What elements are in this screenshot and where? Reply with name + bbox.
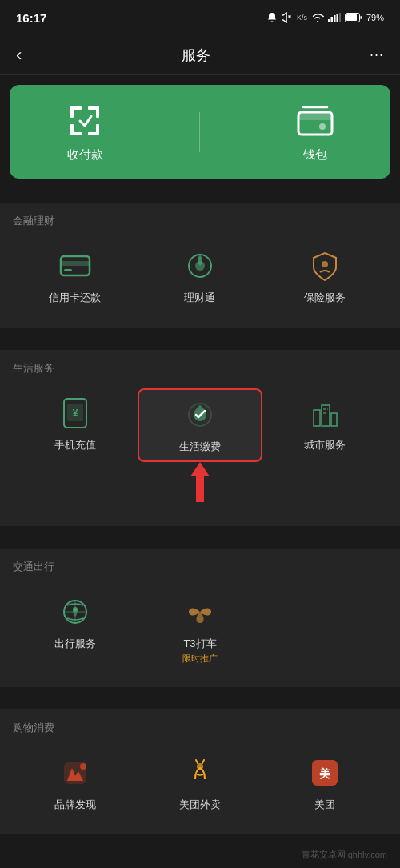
svg-point-41: [197, 763, 203, 770]
status-bar: 16:17 K/s 79%: [0, 0, 400, 35]
travel-svg: [59, 596, 91, 628]
finance-items: 信用卡还款 理财通 保险服务: [13, 241, 387, 311]
svg-rect-32: [323, 412, 326, 414]
svg-rect-6: [346, 14, 357, 21]
svg-rect-0: [328, 19, 330, 22]
brand-item[interactable]: 品牌发现: [13, 748, 138, 818]
svg-rect-19: [61, 261, 90, 266]
life-payment-icon: [182, 396, 218, 433]
wifi-icon: [311, 13, 324, 22]
shopping-title: 购物消费: [13, 721, 387, 735]
wallet-icon: [295, 101, 335, 141]
wallet-button[interactable]: 钱包: [295, 101, 335, 163]
payment-banner: 收付款 钱包: [10, 85, 390, 179]
svg-rect-20: [64, 269, 72, 271]
battery-icon: [345, 13, 362, 22]
signal-icon: [328, 13, 341, 22]
svg-point-23: [322, 261, 328, 267]
transport-items: 出行服务 T3打车 限时推广: [13, 587, 387, 671]
t3-taxi-icon: [182, 593, 218, 630]
wealth-label: 理财通: [184, 291, 215, 305]
brand-svg: [59, 757, 91, 789]
credit-card-icon: [57, 247, 94, 284]
life-payment-label: 生活缴费: [179, 440, 221, 454]
battery-percent: 79%: [366, 13, 384, 22]
city-service-item[interactable]: 城市服务: [262, 388, 387, 462]
back-button[interactable]: ‹: [16, 45, 22, 66]
status-time: 16:17: [16, 11, 46, 25]
meituan-delivery-item[interactable]: 美团外卖: [138, 748, 262, 818]
svg-rect-30: [331, 413, 337, 426]
wallet-label: 钱包: [303, 147, 327, 163]
wealth-item[interactable]: 理财通: [138, 241, 262, 311]
travel-item[interactable]: 出行服务: [13, 587, 138, 671]
svg-text:美: 美: [318, 767, 331, 780]
meituan-delivery-icon: [182, 754, 218, 791]
receive-pay-label: 收付款: [67, 147, 103, 163]
city-service-label: 城市服务: [304, 438, 346, 452]
svg-rect-8: [70, 106, 74, 118]
svg-rect-33: [327, 408, 328, 410]
red-arrow-svg: [184, 462, 216, 502]
svg-rect-35: [196, 476, 204, 502]
life-items: ¥ 手机充值 生活缴费: [13, 388, 387, 462]
annotation-area: [13, 462, 387, 510]
scan-icon: [66, 102, 104, 140]
svg-rect-10: [96, 106, 99, 118]
meituan-item[interactable]: 美 美团: [262, 748, 387, 818]
meituan-delivery-label: 美团外卖: [179, 798, 221, 812]
wealth-icon: [182, 247, 218, 284]
mobile-recharge-icon: ¥: [57, 395, 94, 432]
svg-marker-34: [190, 462, 210, 476]
life-payment-item[interactable]: 生活缴费: [138, 388, 262, 462]
insurance-label: 保险服务: [304, 291, 346, 305]
t3-taxi-item[interactable]: T3打车 限时推广: [138, 587, 262, 671]
nav-bar: ‹ 服务 ···: [0, 35, 400, 75]
banner-divider: [199, 112, 200, 152]
shopping-section: 购物消费 品牌发现: [0, 709, 400, 834]
wallet-svg: [297, 106, 334, 136]
meituan2-svg: 美: [309, 757, 341, 789]
travel-label: 出行服务: [54, 637, 96, 651]
mobile-recharge-item[interactable]: ¥ 手机充值: [13, 388, 138, 462]
credit-card-item[interactable]: 信用卡还款: [13, 241, 138, 311]
mobile-recharge-label: 手机充值: [54, 438, 96, 452]
watermark-text: 青花安卓网 qhhlv.com: [302, 849, 387, 861]
transport-section: 交通出行 出行服务: [0, 549, 400, 687]
svg-point-39: [80, 763, 86, 770]
more-button[interactable]: ···: [370, 46, 384, 63]
life-payment-svg: [184, 399, 216, 431]
svg-rect-4: [339, 13, 341, 22]
receive-pay-icon: [65, 101, 105, 141]
city-svg: [309, 397, 341, 429]
meituan-svg: [184, 757, 216, 789]
page-title: 服务: [182, 46, 210, 65]
city-service-icon: [306, 395, 343, 432]
svg-rect-3: [336, 14, 338, 22]
life-section: 生活服务 ¥ 手机充值 生活缴费: [0, 350, 400, 526]
gap-4: [0, 695, 400, 701]
transport-title: 交通出行: [13, 560, 387, 574]
t3-svg: [184, 596, 216, 628]
travel-icon: [57, 593, 94, 630]
credit-card-label: 信用卡还款: [49, 291, 101, 305]
brand-icon: [57, 754, 94, 791]
life-title: 生活服务: [13, 361, 387, 376]
insurance-item[interactable]: 保险服务: [262, 241, 387, 311]
bell-icon: [266, 12, 278, 23]
credit-card-svg: [59, 253, 91, 279]
shopping-items: 品牌发现 美团外卖: [13, 748, 387, 818]
svg-rect-16: [298, 112, 332, 120]
red-arrow-annotation: [184, 462, 216, 502]
meituan-label: 美团: [314, 798, 335, 812]
t3-sublabel: 限时推广: [182, 653, 218, 665]
finance-title: 金融理财: [13, 214, 387, 228]
svg-rect-2: [334, 15, 336, 22]
gap-3: [0, 534, 400, 540]
mobile-svg: ¥: [61, 397, 90, 429]
insurance-svg: [309, 250, 341, 282]
finance-section: 金融理财 信用卡还款 理财通: [0, 203, 400, 328]
svg-point-17: [319, 123, 326, 130]
receive-pay-button[interactable]: 收付款: [65, 101, 105, 163]
svg-rect-14: [96, 124, 99, 135]
